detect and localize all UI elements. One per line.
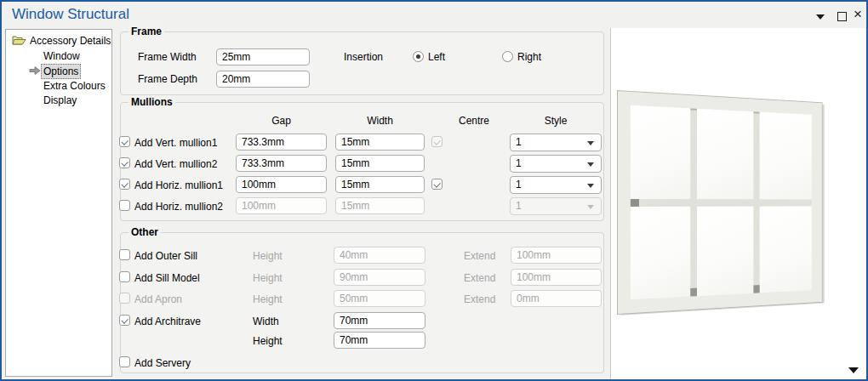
sill-model-height-label: Height — [253, 272, 283, 284]
other-group-title: Other — [128, 226, 161, 238]
gap-column-header: Gap — [236, 115, 327, 127]
menu-down-button[interactable] — [814, 9, 829, 24]
add-vert-mullion1-label: Add Vert. mullion1 — [134, 137, 217, 149]
frame-width-label: Frame Width — [138, 51, 197, 63]
add-horiz-mullion1-checkbox[interactable] — [119, 179, 130, 190]
vert-mullion1-centre-checkbox — [431, 136, 443, 147]
add-architrave-checkbox[interactable] — [119, 315, 130, 326]
vert-mullion1-style-dropdown[interactable]: 1 — [510, 134, 602, 151]
sidebar-item-label: Display — [43, 94, 77, 106]
window-title: Window Structural — [12, 6, 129, 23]
window-pane — [697, 206, 753, 296]
horiz-mullion2-gap-input — [236, 197, 327, 214]
window-pane — [631, 206, 691, 299]
add-sill-model-checkbox[interactable] — [119, 271, 130, 282]
architrave-width-label: Width — [253, 316, 279, 327]
add-architrave-label: Add Architrave — [134, 316, 201, 327]
horiz-mullion2-style-dropdown: 1 — [510, 197, 602, 215]
outer-sill-extend-label: Extend — [464, 250, 495, 262]
horiz-mullion2-width-input — [335, 197, 425, 214]
apron-extend-input — [511, 290, 602, 307]
add-horiz-mullion2-label: Add Horiz. mullion2 — [134, 201, 223, 213]
vert-mullion2-width-input[interactable] — [335, 155, 425, 172]
window-frame-render — [618, 91, 822, 314]
down-triangle-icon — [848, 367, 859, 373]
close-button[interactable]: × — [850, 5, 865, 20]
apron-extend-label: Extend — [464, 293, 495, 305]
add-horiz-mullion1-label: Add Horiz. mullion1 — [134, 179, 223, 191]
add-outer-sill-checkbox[interactable] — [119, 249, 130, 260]
frame-group-title: Frame — [128, 26, 164, 37]
add-vert-mullion1-checkbox[interactable] — [119, 136, 130, 147]
window-pane — [759, 206, 811, 293]
outer-sill-height-input — [334, 247, 425, 264]
insertion-right-label: Right — [517, 51, 541, 63]
sidebar-item-label: Options — [41, 64, 81, 79]
sill-model-height-input — [334, 269, 425, 286]
add-vert-mullion2-checkbox[interactable] — [119, 157, 130, 168]
apron-height-label: Height — [253, 293, 283, 305]
sidebar-item-label: Window — [43, 50, 80, 62]
insertion-label: Insertion — [344, 51, 383, 63]
vert-mullion1-gap-input[interactable] — [236, 134, 327, 151]
window-structural-dialog: Window Structural × Accessory Details Wi… — [0, 0, 868, 381]
sidebar-tree: Accessory Details Window Options Extra C… — [5, 29, 112, 377]
horiz-mullion1-style-dropdown[interactable]: 1 — [510, 176, 602, 194]
window-pane — [697, 109, 753, 199]
insertion-right-radio[interactable] — [502, 51, 513, 62]
add-horiz-mullion2-checkbox[interactable] — [119, 200, 130, 211]
window-pane — [631, 105, 691, 199]
sidebar-item-label: Accessory Details — [30, 35, 111, 47]
centre-column-header: Centre — [436, 115, 512, 127]
outer-sill-extend-input — [511, 247, 602, 264]
open-folder-icon — [12, 36, 26, 46]
horiz-mullion1-width-input[interactable] — [335, 176, 425, 193]
architrave-height-label: Height — [253, 335, 283, 347]
titlebar: Window Structural × — [2, 2, 866, 27]
add-apron-checkbox — [119, 293, 130, 304]
add-outer-sill-label: Add Outer Sill — [134, 250, 197, 262]
add-sill-model-label: Add Sill Model — [134, 272, 200, 284]
add-servery-label: Add Servery — [134, 357, 191, 369]
vert-mullion2-style-dropdown[interactable]: 1 — [510, 155, 602, 173]
window-3d-preview — [618, 91, 865, 314]
window-pane — [759, 112, 811, 199]
width-column-header: Width — [335, 115, 425, 127]
sidebar-item-extra-colours[interactable]: Extra Colours — [43, 79, 106, 93]
maximize-button[interactable] — [835, 9, 850, 24]
style-column-header: Style — [510, 115, 602, 127]
frame-width-input[interactable] — [216, 48, 310, 65]
sill-model-extend-label: Extend — [464, 272, 495, 284]
maximize-icon — [837, 12, 847, 21]
architrave-width-input[interactable] — [334, 312, 425, 329]
add-apron-label: Add Apron — [134, 293, 182, 305]
sidebar-item-window[interactable]: Window — [43, 49, 80, 63]
preview-expand-button[interactable] — [847, 365, 860, 375]
arrow-right-icon — [29, 66, 41, 75]
horiz-mullion1-centre-checkbox[interactable] — [431, 179, 443, 190]
vert-mullion2-gap-input[interactable] — [236, 155, 327, 172]
mullions-group-title: Mullions — [128, 96, 175, 108]
outer-sill-height-label: Height — [253, 250, 283, 262]
add-servery-checkbox[interactable] — [119, 356, 130, 367]
add-vert-mullion2-label: Add Vert. mullion2 — [134, 158, 217, 170]
sidebar-item-accessory-details[interactable]: Accessory Details — [30, 34, 111, 48]
sidebar-item-label: Extra Colours — [43, 80, 106, 92]
apron-height-input — [334, 290, 425, 307]
vert-mullion1-width-input[interactable] — [335, 134, 425, 151]
sidebar-item-display[interactable]: Display — [43, 94, 77, 107]
sill-model-extend-input — [511, 269, 602, 286]
frame-group: Frame — [120, 31, 604, 95]
preview-panel — [610, 28, 866, 379]
architrave-height-input[interactable] — [334, 332, 425, 349]
insertion-left-label: Left — [428, 51, 445, 63]
frame-depth-input[interactable] — [216, 71, 310, 88]
insertion-left-radio[interactable] — [413, 51, 424, 62]
horiz-mullion1-gap-input[interactable] — [236, 176, 327, 193]
menu-down-icon — [816, 14, 825, 20]
window-panes — [631, 105, 812, 299]
sidebar-item-options[interactable]: Options — [43, 64, 81, 77]
frame-depth-label: Frame Depth — [138, 73, 197, 85]
